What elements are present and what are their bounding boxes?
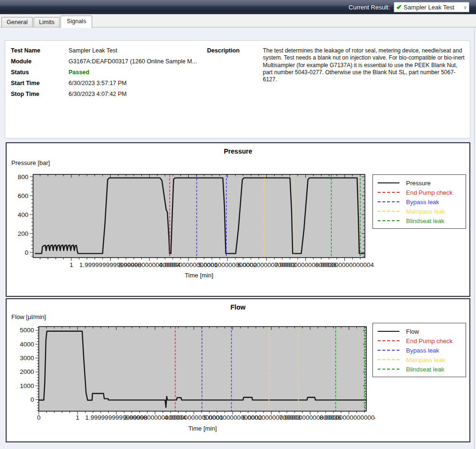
svg-text:Time [min]: Time [min] [188,425,216,432]
stop-time-label: Stop Time [11,91,69,97]
status-badge: Passed [69,69,89,76]
legend-entry: Mainpass leak [378,355,462,364]
tab-strip: General Limits Signals [0,14,476,27]
legend-label: Blindseat leak [406,217,444,224]
start-time-label: Start Time [11,80,69,86]
stop-time-row: Stop Time 6/30/2023 4:07:42 PM [11,91,207,97]
svg-text:3000: 3000 [20,354,34,362]
legend-line-sample [378,331,399,332]
tab-signals[interactable]: Signals [61,16,92,28]
svg-text:800: 800 [17,173,28,181]
legend-label: Blindseat leak [406,366,444,373]
legend-label: End Pump check [406,189,452,196]
flow-legend: FlowEnd Pump checkBypass leakMainpass le… [372,323,466,377]
svg-text:0: 0 [30,396,34,403]
legend-label: Bypass leak [406,347,439,354]
flow-chart-plot: Flow [µl/min]011.99999999999999983.00000… [8,312,375,434]
description-section: Description The test determines the leak… [207,47,465,102]
title-bar: Current Result: ✔ Sampler Leak Test ∨ [0,0,476,14]
legend-entry: Bypass leak [378,345,462,355]
svg-text:2000: 2000 [20,368,34,375]
legend-line-sample [378,182,399,183]
start-time-value: 6/30/2023 3:57:17 PM [69,80,127,86]
test-name-label: Test Name [11,47,69,54]
legend-line-sample [378,220,399,221]
pressure-chart-plot: Pressure [bar]11.99999999999999983.00000… [8,157,375,281]
current-result-label: Current Result: [349,4,390,11]
svg-text:200: 200 [17,230,28,237]
stop-time-value: 6/30/2023 4:07:42 PM [69,91,127,97]
svg-text:4000: 4000 [20,341,34,348]
pressure-legend: PressureEnd Pump checkBypass leakMainpas… [372,174,466,229]
test-info-panel: Test Name Sampler Leak Test Module G3167… [5,40,470,138]
svg-text:8.000000000000004: 8.000000000000004 [315,261,374,268]
legend-line-sample [378,359,399,360]
legend-line-sample [378,369,399,370]
svg-text:0: 0 [37,414,41,421]
green-check-icon: ✔ [396,4,402,10]
svg-text:Flow [µl/min]: Flow [µl/min] [11,313,46,320]
legend-label: Bypass leak [406,199,439,206]
flow-chart-panel: Flow Flow [µl/min]011.99999999999999983.… [6,298,470,442]
legend-entry: End Pump check [378,188,462,197]
legend-line-sample [378,340,399,341]
legend-entry: Bypass leak [378,197,462,207]
signals-tab-page: Test Name Sampler Leak Test Module G3167… [0,27,476,449]
start-time-row: Start Time 6/30/2023 3:57:17 PM [11,80,207,86]
svg-text:Time [min]: Time [min] [185,272,213,279]
svg-text:600: 600 [17,192,28,199]
description-text: The test determines the leakage of rotor… [263,47,465,102]
chevron-down-icon: ∨ [463,4,467,10]
tab-general[interactable]: General [1,17,33,27]
description-label: Description [207,47,263,102]
legend-line-sample [378,201,399,202]
legend-entry: Blindseat leak [378,216,462,225]
legend-label: Mainpass leak [406,356,445,363]
legend-label: Pressure [406,180,431,187]
pressure-chart-title: Pressure [7,147,469,155]
svg-text:400: 400 [17,211,28,218]
legend-entry: Mainpass leak [378,207,462,216]
pressure-chart-panel: Pressure Pressure [bar]11.99999999999999… [6,142,470,297]
legend-label: Mainpass leak [406,208,445,215]
svg-text:Pressure [bar]: Pressure [bar] [11,159,50,166]
status-row: Status Passed [11,69,207,76]
legend-line-sample [378,350,399,351]
tab-limits[interactable]: Limits [34,17,60,27]
legend-entry: Flow [378,327,462,336]
svg-text:1000: 1000 [20,382,34,389]
legend-entry: End Pump check [378,336,462,345]
status-label: Status [11,69,69,76]
legend-entry: Pressure [378,178,462,188]
svg-text:5000: 5000 [20,327,34,334]
legend-line-sample [378,192,399,193]
module-row: Module G3167A:DEAFD00317 (1260 Online Sa… [11,58,207,65]
svg-text:1: 1 [69,261,73,268]
current-result-dropdown[interactable]: ✔ Sampler Leak Test ∨ [394,2,469,12]
legend-label: Flow [406,328,419,335]
svg-text:0: 0 [25,249,28,256]
legend-label: End Pump check [406,337,452,345]
current-result-value: Sampler Leak Test [404,4,461,11]
flow-chart-title: Flow [7,303,469,311]
module-label: Module [11,58,69,65]
svg-text:8.000000000000004: 8.000000000000004 [320,414,375,421]
test-info-fields: Test Name Sampler Leak Test Module G3167… [11,47,207,102]
svg-text:1: 1 [76,414,79,421]
module-value: G3167A:DEAFD00317 (1260 Online Sample M.… [69,58,197,65]
test-name-value: Sampler Leak Test [69,47,117,54]
test-name-row: Test Name Sampler Leak Test [11,47,207,54]
legend-entry: Blindseat leak [378,364,462,374]
legend-line-sample [378,211,399,212]
